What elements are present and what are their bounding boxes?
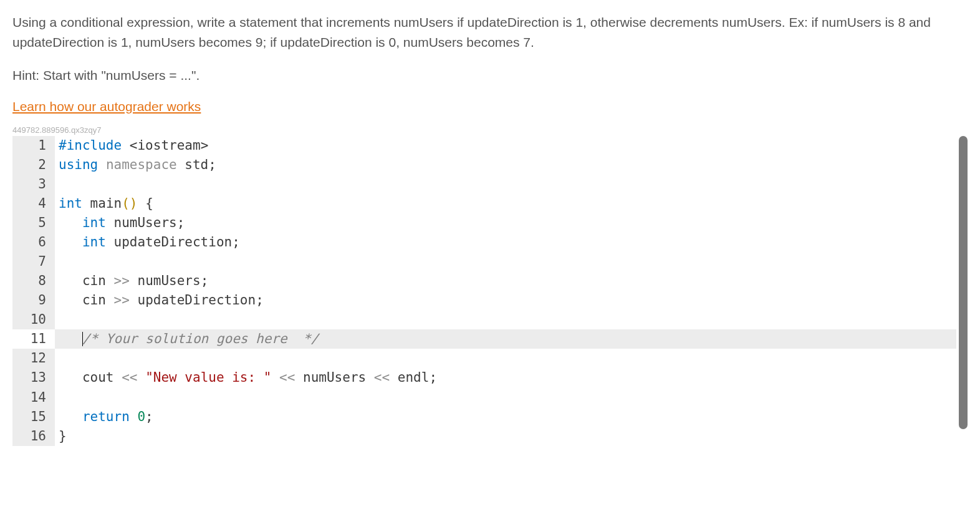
- code-content[interactable]: /* Your solution goes here */: [55, 329, 956, 349]
- line-number: 7: [12, 252, 55, 271]
- autograder-link[interactable]: Learn how our autograder works: [12, 99, 201, 114]
- code-content[interactable]: cout << "New value is: " << numUsers << …: [55, 368, 956, 387]
- code-content[interactable]: int numUsers;: [55, 213, 956, 233]
- line-number: 8: [12, 271, 55, 291]
- code-line[interactable]: 6 int updateDirection;: [12, 233, 956, 252]
- line-number: 12: [12, 349, 55, 368]
- line-number: 14: [12, 388, 55, 407]
- line-number: 4: [12, 194, 55, 213]
- code-content[interactable]: [55, 252, 956, 271]
- code-line[interactable]: 3: [12, 175, 956, 194]
- code-line[interactable]: 5 int numUsers;: [12, 213, 956, 233]
- code-line[interactable]: 2using namespace std;: [12, 155, 956, 175]
- code-content[interactable]: [55, 349, 956, 368]
- line-number: 10: [12, 310, 55, 329]
- scrollbar-track[interactable]: [959, 136, 968, 446]
- line-number: 2: [12, 155, 55, 175]
- code-line[interactable]: 14: [12, 388, 956, 407]
- code-content[interactable]: return 0;: [55, 407, 956, 427]
- session-id: 449782.889596.qx3zqy7: [12, 125, 968, 135]
- line-number: 11: [12, 329, 55, 349]
- code-content[interactable]: [55, 175, 956, 194]
- line-number: 9: [12, 291, 55, 310]
- problem-hint: Hint: Start with "numUsers = ...".: [12, 65, 968, 85]
- code-content[interactable]: int main() {: [55, 194, 956, 213]
- code-line[interactable]: 11 /* Your solution goes here */: [12, 329, 956, 349]
- line-number: 16: [12, 427, 55, 446]
- code-line[interactable]: 12: [12, 349, 956, 368]
- code-line[interactable]: 1#include <iostream>: [12, 136, 956, 155]
- line-number: 5: [12, 213, 55, 233]
- code-content[interactable]: }: [55, 427, 956, 446]
- scrollbar-thumb[interactable]: [959, 136, 968, 429]
- code-content[interactable]: [55, 310, 956, 329]
- code-content[interactable]: using namespace std;: [55, 155, 956, 175]
- code-editor[interactable]: 1#include <iostream>2using namespace std…: [12, 136, 956, 446]
- code-line[interactable]: 15 return 0;: [12, 407, 956, 427]
- code-line[interactable]: 9 cin >> updateDirection;: [12, 291, 956, 310]
- line-number: 6: [12, 233, 55, 252]
- line-number: 3: [12, 175, 55, 194]
- code-content[interactable]: int updateDirection;: [55, 233, 956, 252]
- line-number: 15: [12, 407, 55, 427]
- problem-description: Using a conditional expression, write a …: [12, 12, 968, 52]
- line-number: 1: [12, 136, 55, 155]
- code-content[interactable]: [55, 388, 956, 407]
- code-line[interactable]: 16}: [12, 427, 956, 446]
- code-content[interactable]: cin >> updateDirection;: [55, 291, 956, 310]
- code-content[interactable]: cin >> numUsers;: [55, 271, 956, 291]
- code-line[interactable]: 13 cout << "New value is: " << numUsers …: [12, 368, 956, 387]
- code-line[interactable]: 7: [12, 252, 956, 271]
- code-line[interactable]: 10: [12, 310, 956, 329]
- code-line[interactable]: 8 cin >> numUsers;: [12, 271, 956, 291]
- line-number: 13: [12, 368, 55, 387]
- code-line[interactable]: 4int main() {: [12, 194, 956, 213]
- code-content[interactable]: #include <iostream>: [55, 136, 956, 155]
